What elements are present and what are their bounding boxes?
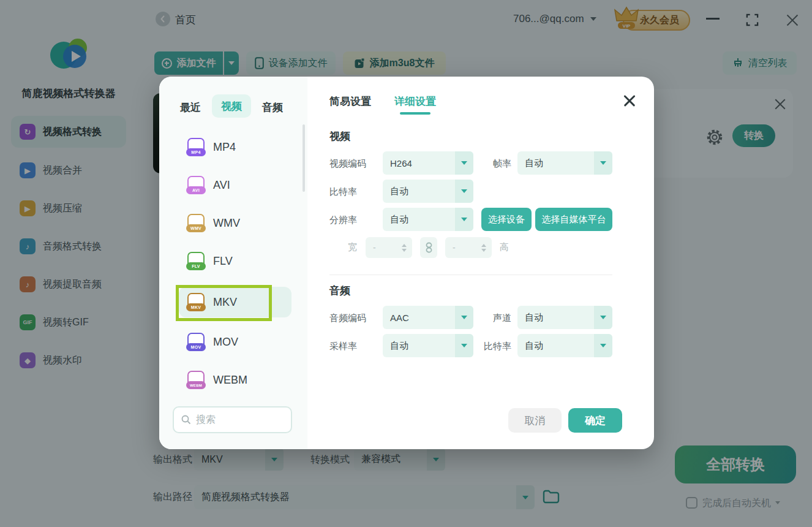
avi-file-icon: AVI bbox=[187, 176, 205, 194]
cancel-button[interactable]: 取消 bbox=[508, 408, 562, 433]
format-settings-modal: 最近 视频 音频 MP4 MP4 AVI AVI WMV WMV FLV FLV bbox=[159, 77, 654, 449]
tab-detail-settings[interactable]: 详细设置 bbox=[394, 94, 436, 108]
channel-select[interactable]: 自动 bbox=[517, 306, 612, 329]
video-codec-select[interactable]: H264 bbox=[383, 151, 473, 175]
video-codec-label: 视频编码 bbox=[329, 158, 366, 170]
audio-codec-label: 音频编码 bbox=[329, 313, 366, 324]
list-scrollbar[interactable] bbox=[303, 124, 305, 192]
caret-down-icon bbox=[594, 334, 612, 357]
caret-down-icon bbox=[594, 306, 612, 329]
tab-recent[interactable]: 最近 bbox=[180, 100, 201, 115]
fps-label: 帧率 bbox=[465, 158, 511, 170]
search-box[interactable] bbox=[173, 406, 292, 433]
width-label: 宽 bbox=[348, 241, 357, 253]
wmv-file-icon: WMV bbox=[187, 214, 205, 232]
format-item-mov[interactable]: MOV MOV bbox=[187, 333, 238, 351]
audio-codec-select[interactable]: AAC bbox=[383, 306, 473, 329]
bitrate-value: 自动 bbox=[383, 186, 455, 197]
format-item-wmv[interactable]: WMV WMV bbox=[187, 214, 240, 232]
audio-codec-value: AAC bbox=[383, 313, 455, 323]
fps-value: 自动 bbox=[517, 157, 594, 169]
resolution-value: 自动 bbox=[383, 214, 455, 226]
audio-bitrate-label: 比特率 bbox=[465, 341, 511, 352]
ok-button[interactable]: 确定 bbox=[568, 408, 622, 433]
close-modal-button[interactable] bbox=[622, 93, 637, 107]
height-input[interactable]: - bbox=[445, 237, 492, 258]
tab-video[interactable]: 视频 bbox=[212, 94, 251, 118]
audio-bitrate-select[interactable]: 自动 bbox=[517, 334, 612, 357]
mp4-file-icon: MP4 bbox=[187, 138, 205, 156]
format-item-mp4[interactable]: MP4 MP4 bbox=[187, 138, 236, 156]
fps-select[interactable]: 自动 bbox=[517, 151, 612, 175]
format-picker-panel: 最近 视频 音频 MP4 MP4 AVI AVI WMV WMV FLV FLV bbox=[159, 77, 307, 449]
search-input[interactable] bbox=[196, 414, 282, 425]
webm-file-icon: WEBM bbox=[187, 371, 205, 389]
height-stepper[interactable] bbox=[481, 244, 492, 252]
format-item-flv[interactable]: FLV FLV bbox=[187, 252, 233, 270]
link-dimensions-toggle[interactable] bbox=[420, 237, 437, 258]
audio-section-heading: 音频 bbox=[329, 284, 350, 298]
width-stepper[interactable] bbox=[402, 244, 412, 252]
sample-rate-select[interactable]: 自动 bbox=[383, 334, 473, 357]
resolution-label: 分辨率 bbox=[329, 214, 357, 226]
height-label: 高 bbox=[500, 241, 509, 253]
sample-rate-value: 自动 bbox=[383, 340, 455, 352]
active-tab-underline bbox=[400, 112, 430, 115]
sample-rate-label: 采样率 bbox=[329, 341, 357, 352]
link-icon bbox=[426, 242, 432, 253]
bitrate-select[interactable]: 自动 bbox=[383, 180, 473, 203]
select-platform-button[interactable]: 选择自媒体平台 bbox=[535, 208, 612, 231]
audio-bitrate-value: 自动 bbox=[517, 340, 594, 352]
caret-down-icon bbox=[455, 208, 473, 231]
mov-file-icon: MOV bbox=[187, 333, 205, 351]
width-input[interactable]: - bbox=[366, 237, 412, 258]
resolution-select[interactable]: 自动 bbox=[383, 208, 473, 231]
annotation-highlight-mkv bbox=[176, 285, 272, 321]
format-item-avi[interactable]: AVI AVI bbox=[187, 176, 230, 194]
app-window: 首页 706...@qq.com 永久会员 VIP 简鹿视频格式转换器 ↻ 视频… bbox=[0, 0, 812, 527]
section-divider bbox=[329, 275, 612, 275]
tab-simple-settings[interactable]: 简易设置 bbox=[329, 94, 371, 108]
search-icon bbox=[181, 415, 191, 425]
caret-down-icon bbox=[455, 180, 473, 203]
channel-label: 声道 bbox=[465, 313, 511, 324]
video-codec-value: H264 bbox=[383, 158, 455, 169]
channel-value: 自动 bbox=[517, 312, 594, 324]
tab-audio[interactable]: 音频 bbox=[262, 100, 283, 115]
select-device-button[interactable]: 选择设备 bbox=[481, 208, 532, 231]
video-section-heading: 视频 bbox=[329, 129, 350, 143]
format-item-webm[interactable]: WEBM WEBM bbox=[187, 371, 247, 389]
caret-down-icon bbox=[594, 151, 612, 175]
flv-file-icon: FLV bbox=[187, 252, 205, 270]
bitrate-label: 比特率 bbox=[329, 186, 357, 198]
